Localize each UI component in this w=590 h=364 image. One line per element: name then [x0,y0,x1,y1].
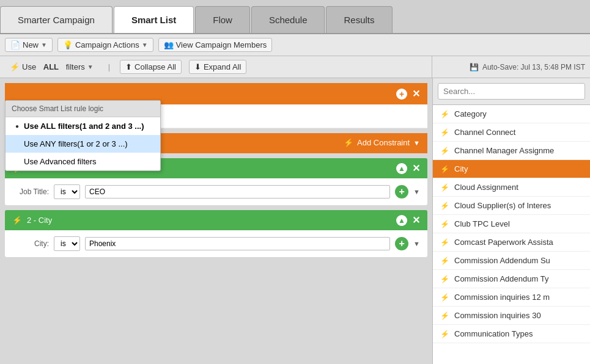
orange-close-icon[interactable]: ✕ [412,88,420,100]
constraint-city-operator[interactable]: is [54,236,80,251]
right-list-item-comcast-paperwork[interactable]: ⚡Comcast Paperwork Assista [433,233,590,252]
list-item-icon: ⚡ [440,275,449,283]
collapse-icon: ⬆ [125,62,132,71]
constraint-job-title-body: Job Title: is + ▼ [5,178,427,205]
dropdown-item-any[interactable]: ● Use ANY filters(1 or 2 or 3 ...) [6,135,160,153]
right-list-item-commission-addendum-ty[interactable]: ⚡Commission Addendum Ty [433,270,590,288]
right-list-item-commission-inquiries-12[interactable]: ⚡Commission inquiries 12 m [433,288,590,307]
use-label: Use [22,62,36,71]
separator: | [108,62,110,71]
list-item-label: Commission Addendum Ty [454,274,548,283]
list-item-icon: ⚡ [440,202,449,210]
constraint-city: ⚡ 2 - City ▲ ✕ City: is + ▼ [5,210,427,257]
right-list-item-club-tpc[interactable]: ⚡Club TPC Level [433,215,590,233]
constraint-city-value[interactable] [85,237,390,250]
list-item-label: Channel Manager Assignme [454,146,554,155]
orange-add-icon[interactable]: + [396,89,407,100]
add-constraint-icon: ⚡ [344,138,353,147]
use-all-filters-button[interactable]: ⚡ Use ALL filters ▼ [5,60,98,73]
main-area: Choose Smart List rule logic ● Use ALL f… [0,78,590,364]
tab-results-label: Results [344,15,374,25]
right-list-item-channel-connect[interactable]: ⚡Channel Connect [433,123,590,142]
left-panel: Choose Smart List rule logic ● Use ALL f… [0,78,432,364]
bullet-icon: ● [15,123,19,129]
constraint-job-title-close-icon[interactable]: ✕ [412,162,420,174]
right-list-item-commission-addendum-su[interactable]: ⚡Commission Addendum Su [433,252,590,270]
new-button[interactable]: 📄 New ▼ [5,38,53,52]
constraint-city-add-icon[interactable]: + [395,237,408,250]
right-list-item-cloud-assignment[interactable]: ⚡Cloud Assignment [433,178,590,197]
list-item-label: Club TPC Level [454,219,510,228]
dropdown-item-all[interactable]: ● Use ALL filters(1 and 2 and 3 ...) [6,117,160,135]
view-members-label: View Campaign Members [176,40,267,49]
expand-all-button[interactable]: ⬇ Expand All [189,60,246,74]
list-item-icon: ⚡ [440,293,449,302]
search-input[interactable] [438,83,585,100]
dropdown-item-advanced[interactable]: ● Use Advanced filters [6,153,160,170]
dropdown-header: Choose Smart List rule logic [6,101,160,117]
add-constraint-button[interactable]: ⚡ Add Constraint ▼ [344,138,420,147]
expand-all-label: Expand All [204,62,241,71]
constraint-city-up-icon[interactable]: ▲ [396,215,407,226]
list-item-label: Commission inquiries 30 [454,311,541,320]
tab-smarter-campaign-label: Smarter Campaign [18,15,95,25]
list-item-icon: ⚡ [440,128,449,137]
list-item-label: Cloud Assignment [454,183,518,192]
right-list-item-communication-types[interactable]: ⚡Communication Types [433,325,590,343]
auto-save-label: Auto-Save: Jul 13, 5:48 PM IST [482,63,585,71]
campaign-actions-arrow-icon: ▼ [142,42,148,48]
constraint-city-dropdown-icon[interactable]: ▼ [413,240,420,247]
constraint-job-title-up-icon[interactable]: ▲ [396,163,407,174]
view-members-button[interactable]: 👥 View Campaign Members [158,38,273,52]
tab-schedule[interactable]: Schedule [251,6,325,33]
campaign-actions-button[interactable]: 💡 Campaign Actions ▼ [57,38,153,52]
use-all-arrow-icon: ▼ [87,64,94,70]
constraint-job-title-value[interactable] [85,185,390,198]
collapse-all-button[interactable]: ⬆ Collapse All [120,60,182,74]
auto-save-bar: 💾 Auto-Save: Jul 13, 5:48 PM IST [432,56,590,78]
filter-toolbar: ⚡ Use ALL filters ▼ | ⬆ Collapse All ⬇ E… [0,56,432,78]
constraint-job-title-label: Job Title: [12,187,49,196]
right-list-item-cloud-suppliers[interactable]: ⚡Cloud Supplier(s) of Interes [433,197,590,215]
list-item-icon: ⚡ [440,183,449,192]
constraint-city-close-icon[interactable]: ✕ [412,214,420,226]
save-icon: 💾 [470,63,479,71]
new-label: New [23,40,39,49]
right-search-area [433,78,590,105]
right-list-item-channel-manager[interactable]: ⚡Channel Manager Assignme [433,142,590,160]
new-arrow-icon: ▼ [41,42,47,48]
constraint-city-label: City: [12,239,49,248]
right-list-item-city[interactable]: ⚡City [433,160,590,178]
list-item-label: Communication Types [454,329,533,338]
constraint-job-title-icons: ▲ ✕ [396,162,420,174]
tab-smart-list-label: Smart List [131,15,176,25]
orange-group-icons: + ✕ [396,88,420,100]
filter-icon: ⚡ [10,62,20,71]
tab-flow[interactable]: Flow [195,6,250,33]
add-constraint-label: Add Constraint [357,138,410,147]
constraint-job-title-dropdown-icon[interactable]: ▼ [413,188,420,195]
right-list-item-commission-inquiries-30[interactable]: ⚡Commission inquiries 30 [433,307,590,325]
constraint-city-title: 2 - City [27,216,52,225]
constraint-job-title-add-icon[interactable]: + [395,185,408,198]
tab-smarter-campaign[interactable]: Smarter Campaign [0,6,112,33]
list-item-icon: ⚡ [440,165,449,173]
filter-logic-dropdown: Choose Smart List rule logic ● Use ALL f… [5,100,161,171]
toolbar: 📄 New ▼ 💡 Campaign Actions ▼ 👥 View Camp… [0,34,590,56]
tab-flow-label: Flow [213,15,232,25]
tab-schedule-label: Schedule [269,15,308,25]
tab-smart-list[interactable]: Smart List [114,6,194,33]
list-item-icon: ⚡ [440,257,449,265]
list-item-label: City [454,164,468,173]
list-item-icon: ⚡ [440,220,449,228]
constraint-city-icons: ▲ ✕ [396,214,420,226]
list-item-icon: ⚡ [440,147,449,155]
campaign-actions-icon: 💡 [63,40,73,49]
tab-results[interactable]: Results [326,6,392,33]
list-item-icon: ⚡ [440,238,449,247]
constraint-job-title-operator[interactable]: is [54,184,80,199]
list-item-label: Category [454,109,487,118]
add-constraint-arrow-icon: ▼ [413,139,420,147]
tab-bar: Smarter Campaign Smart List Flow Schedul… [0,0,590,34]
right-list-item-category[interactable]: ⚡Category [433,105,590,123]
